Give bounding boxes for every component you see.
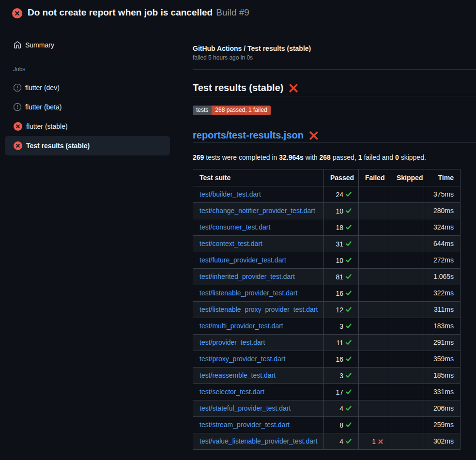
suite-link[interactable]: test/future_provider_test.dart [200,256,286,264]
section-title: Test results (stable) [193,82,476,96]
passed-cell: 4 [324,433,359,450]
page-title: Do not create report when job is cancell… [28,7,249,18]
suite-link[interactable]: test/proxy_provider_test.dart [200,355,285,363]
suite-cell: test/future_provider_test.dart [193,252,324,269]
suite-link[interactable]: test/change_notifier_provider_test.dart [200,207,315,215]
table-row: test/listenable_proxy_provider_test.dart… [193,302,461,318]
skipped-cell [390,318,424,335]
time-cell: 185ms [424,368,461,384]
suite-link[interactable]: test/consumer_test.dart [200,223,270,231]
sidebar-item-flutter-dev[interactable]: flutter (dev) [5,78,170,97]
failed-cell [359,203,390,219]
suite-cell: test/stream_provider_test.dart [193,417,324,433]
time-cell: 272ms [424,252,461,269]
tests-badge: tests 268 passed, 1 failed [193,105,476,114]
failed-cell [359,351,390,368]
passed-cell: 31 [324,236,359,252]
time-cell: 324ms [424,219,461,236]
passed-cell: 11 [324,335,359,351]
summary-line: 269 tests were completed in 32.964s with… [193,153,476,161]
suite-link[interactable]: test/provider_test.dart [200,338,265,346]
time-cell: 280ms [424,203,461,219]
suite-cell: test/selector_test.dart [193,384,324,400]
check-icon [345,372,352,379]
report-file-link[interactable]: reports/test-results.json [193,130,304,141]
time-cell: 375ms [424,186,461,203]
suite-cell: test/proxy_provider_test.dart [193,351,324,368]
suite-link[interactable]: test/stateful_provider_test.dart [200,404,291,412]
table-row: test/inherited_provider_test.dart811.065… [193,269,461,285]
check-icon [345,405,352,412]
time-cell: 302ms [424,433,461,450]
suite-link[interactable]: test/multi_provider_test.dart [200,322,283,330]
job-label: Test results (stable) [26,142,90,150]
passed-cell: 3 [324,368,359,384]
suite-link[interactable]: test/context_test.dart [200,240,262,247]
table-row: test/change_notifier_provider_test.dart1… [193,203,461,219]
table-row: test/consumer_test.dart18324ms [193,219,461,236]
sidebar-item-flutter-beta[interactable]: flutter (beta) [5,97,170,117]
check-icon [345,257,352,263]
run-meta: failed 5 hours ago in 0s [193,54,476,61]
suite-link[interactable]: test/stream_provider_test.dart [200,421,290,429]
suite-link[interactable]: test/listenable_provider_test.dart [200,289,297,297]
build-title: Do not create report when job is cancell… [28,7,213,17]
suite-link[interactable]: test/builder_test.dart [200,190,261,198]
suite-link[interactable]: test/selector_test.dart [200,388,264,396]
failed-x-icon [289,83,298,93]
check-icon [345,339,352,346]
home-icon [14,41,21,49]
table-row: test/future_provider_test.dart10272ms [193,252,461,269]
failed-cell [359,400,390,417]
check-icon [345,207,352,214]
check-icon [345,306,352,313]
suite-link[interactable]: test/value_listenable_provider_test.dart [200,437,318,445]
suite-link[interactable]: test/inherited_provider_test.dart [200,273,295,280]
build-header: Do not create report when job is cancell… [0,0,476,27]
check-icon [345,240,352,247]
cancelled-icon [14,103,21,111]
jobs-section-label: Jobs [13,66,25,73]
skipped-cell [390,203,424,219]
failed-x-icon [309,131,319,140]
failed-icon [14,122,22,131]
suite-cell: test/provider_test.dart [193,335,324,351]
suite-cell: test/reassemble_test.dart [193,368,324,384]
suite-cell: test/context_test.dart [193,236,324,252]
skipped-cell [390,252,424,269]
failed-cell [359,318,390,335]
failed-cell [359,285,390,302]
table-row: test/value_listenable_provider_test.dart… [193,433,461,450]
skipped-cell [390,186,424,203]
table-row: test/context_test.dart31644ms [193,236,461,252]
suite-link[interactable]: test/reassemble_test.dart [200,371,276,379]
passed-cell: 81 [324,269,359,285]
sidebar-item-test-results-stable[interactable]: Test results (stable) [5,136,170,155]
suite-cell: test/multi_provider_test.dart [193,318,324,335]
failed-cell [359,302,390,318]
build-failed-icon [12,8,22,18]
cross-icon [378,439,384,445]
check-icon [345,273,352,280]
col-passed: Passed [324,169,359,186]
sidebar-summary-label: Summary [25,41,54,49]
sidebar-item-summary[interactable]: Summary [5,38,170,52]
failed-cell: 1 [359,433,390,450]
suite-cell: test/inherited_provider_test.dart [193,269,324,285]
table-row: test/stream_provider_test.dart8259ms [193,417,461,433]
failed-cell [359,252,390,269]
badge-value: 268 passed, 1 failed [212,106,270,115]
skipped-cell [390,368,424,384]
suite-link[interactable]: test/listenable_proxy_provider_test.dart [200,306,318,313]
sidebar-item-flutter-stable[interactable]: flutter (stable) [5,117,170,136]
table-row: test/reassemble_test.dart3185ms [193,368,461,384]
passed-cell: 12 [324,302,359,318]
failed-cell [359,384,390,400]
col-test-suite: Test suite [193,169,324,186]
check-icon [345,421,352,428]
check-icon [345,290,352,296]
time-cell: 259ms [424,417,461,433]
failed-cell [359,368,390,384]
time-cell: 183ms [424,318,461,335]
suite-cell: test/listenable_provider_test.dart [193,285,324,302]
